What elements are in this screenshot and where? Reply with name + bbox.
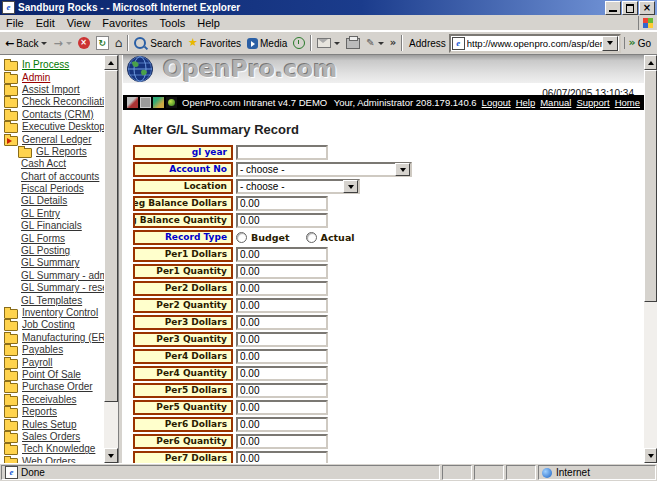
menu-edit[interactable]: Edit — [30, 16, 61, 30]
scrollbar-thumb[interactable] — [104, 70, 118, 402]
key-icon[interactable] — [127, 97, 138, 108]
address-dropdown-button[interactable] — [602, 36, 618, 51]
intranet-link-help[interactable]: Help — [516, 96, 536, 110]
sidebar-item-gl-reports[interactable]: GL Reports — [0, 146, 104, 158]
radio-icon[interactable] — [306, 232, 317, 243]
scroll-down-button[interactable] — [644, 448, 657, 463]
sidebar-item-payables[interactable]: Payables — [0, 344, 104, 356]
menu-file[interactable]: File — [0, 16, 30, 30]
sidebar-item-contacts-crm[interactable]: Contacts (CRM) — [0, 109, 104, 121]
scrollbar-track[interactable] — [644, 70, 657, 448]
sidebar-item-reports[interactable]: Reports — [0, 406, 104, 418]
minimize-button[interactable] — [605, 1, 621, 15]
sidebar-item-gl-templates[interactable]: GL Templates — [0, 294, 104, 306]
scrollbar-thumb[interactable] — [644, 70, 657, 302]
sidebar-item-payroll[interactable]: Payroll — [0, 356, 104, 368]
field-input-per7-dollars[interactable] — [236, 451, 328, 463]
favorites-button[interactable]: ★ Favorites — [185, 36, 244, 50]
refresh-button[interactable]: ↻ — [93, 35, 112, 51]
field-input-per3-quantity[interactable] — [236, 332, 328, 347]
go-button[interactable]: » Go — [624, 37, 655, 49]
sidebar-item-fiscal-periods[interactable]: Fiscal Periods — [0, 183, 104, 195]
forward-button[interactable]: → — [50, 37, 74, 50]
dropdown-button[interactable] — [343, 180, 358, 193]
field-label-gl-year[interactable]: gl year — [133, 145, 233, 160]
dropdown-button[interactable] — [395, 163, 410, 176]
scroll-up-button[interactable] — [644, 55, 657, 70]
sidebar-item-gl-summary[interactable]: GL Summary — [0, 257, 104, 269]
sidebar-item-gl-summary-admin[interactable]: GL Summary - admin — [0, 270, 104, 282]
sidebar-item-rules-setup[interactable]: Rules Setup — [0, 418, 104, 430]
field-input-per6-quantity[interactable] — [236, 434, 328, 449]
field-input-per2-quantity[interactable] — [236, 298, 328, 313]
field-input-beg-balance-quantity[interactable] — [236, 213, 328, 228]
sidebar-item-gl-details[interactable]: GL Details — [0, 195, 104, 207]
sidebar-item-gl-financials[interactable]: GL Financials — [0, 220, 104, 232]
sidebar-item-gl-summary-reset[interactable]: GL Summary - reset — [0, 282, 104, 294]
users-icon[interactable] — [153, 97, 164, 108]
sidebar-item-inventory-control[interactable]: Inventory Control — [0, 307, 104, 319]
sidebar-item-general-ledger[interactable]: General Ledger — [0, 133, 104, 145]
sidebar-item-executive-desktop[interactable]: Executive Desktop — [0, 121, 104, 133]
sidebar-item-job-costing[interactable]: Job Costing — [0, 319, 104, 331]
sidebar-item-point-of-sale[interactable]: Point Of Sale — [0, 369, 104, 381]
search-button[interactable]: Search — [131, 36, 185, 50]
mail-button[interactable] — [314, 37, 343, 49]
field-input-per4-quantity[interactable] — [236, 366, 328, 381]
sidebar-item-gl-forms[interactable]: GL Forms — [0, 232, 104, 244]
sidebar-item-receivables[interactable]: Receivables — [0, 394, 104, 406]
menu-tools[interactable]: Tools — [154, 16, 192, 30]
field-input-per5-quantity[interactable] — [236, 400, 328, 415]
field-input-gl-year[interactable] — [236, 145, 328, 160]
scroll-up-button[interactable] — [104, 55, 118, 70]
edit-dropdown-icon[interactable] — [378, 42, 384, 45]
field-input-per3-dollars[interactable] — [236, 315, 328, 330]
sidebar-item-gl-posting[interactable]: GL Posting — [0, 245, 104, 257]
radio-icon[interactable] — [236, 232, 247, 243]
home-button[interactable]: ⌂ — [112, 36, 126, 50]
toolbar-overflow-chevron[interactable]: » — [387, 37, 399, 49]
sidebar-item-cash-acct[interactable]: Cash Acct — [0, 158, 104, 170]
mail-dropdown-icon[interactable] — [334, 42, 340, 45]
sidebar-item-web-orders[interactable]: Web Orders — [0, 456, 104, 464]
menu-view[interactable]: View — [61, 16, 97, 30]
address-url[interactable]: http://www.openpro.com/asp/demo47/frames… — [467, 37, 602, 50]
print-button[interactable] — [343, 37, 363, 50]
sidebar-item-manufacturing-erp[interactable]: Manufacturing (ERP) — [0, 332, 104, 344]
openpro-globe-icon[interactable] — [166, 97, 177, 108]
field-label-account-no[interactable]: Account No — [133, 162, 233, 177]
sidebar-item-purchase-order[interactable]: Purchase Order — [0, 381, 104, 393]
sidebar-item-check-reconciliation[interactable]: Check Reconciliation — [0, 96, 104, 108]
sidebar-item-assist-import[interactable]: Assist Import — [0, 84, 104, 96]
edit-button[interactable]: ✎ — [363, 36, 386, 50]
history-button[interactable] — [290, 36, 308, 50]
forward-dropdown-icon[interactable] — [66, 42, 72, 45]
field-input-per1-quantity[interactable] — [236, 264, 328, 279]
menu-favorites[interactable]: Favorites — [96, 16, 153, 30]
field-select-location[interactable]: - choose - — [236, 179, 360, 194]
main-scrollbar[interactable] — [644, 55, 657, 463]
menu-help[interactable]: Help — [191, 16, 226, 30]
scroll-down-button[interactable] — [104, 448, 118, 463]
sidebar-item-gl-entry[interactable]: GL Entry — [0, 208, 104, 220]
screen-icon[interactable] — [140, 97, 151, 108]
sidebar-item-admin[interactable]: Admin — [0, 71, 104, 83]
back-button[interactable]: ← Back — [2, 37, 50, 50]
radio-option-budget[interactable]: Budget — [236, 232, 290, 243]
sidebar-item-tech-knowledge[interactable]: Tech Knowledge — [0, 443, 104, 455]
field-input-per6-dollars[interactable] — [236, 417, 328, 432]
sidebar-item-in-process[interactable]: In Process — [0, 59, 104, 71]
media-button[interactable]: Media — [244, 37, 290, 50]
field-input-per2-dollars[interactable] — [236, 281, 328, 296]
field-input-per1-dollars[interactable] — [236, 247, 328, 262]
scrollbar-track[interactable] — [104, 70, 118, 448]
field-label-record-type[interactable]: Record Type — [133, 230, 233, 245]
field-input-per4-dollars[interactable] — [236, 349, 328, 364]
field-select-account-no[interactable]: - choose - — [236, 162, 412, 177]
intranet-link-manual[interactable]: Manual — [540, 96, 571, 110]
close-button[interactable]: × — [639, 1, 655, 15]
sidebar-item-chart-of-accounts[interactable]: Chart of accounts — [0, 171, 104, 183]
radio-option-actual[interactable]: Actual — [306, 232, 355, 243]
sidebar-item-sales-orders[interactable]: Sales Orders — [0, 431, 104, 443]
intranet-link-support[interactable]: Support — [576, 96, 609, 110]
